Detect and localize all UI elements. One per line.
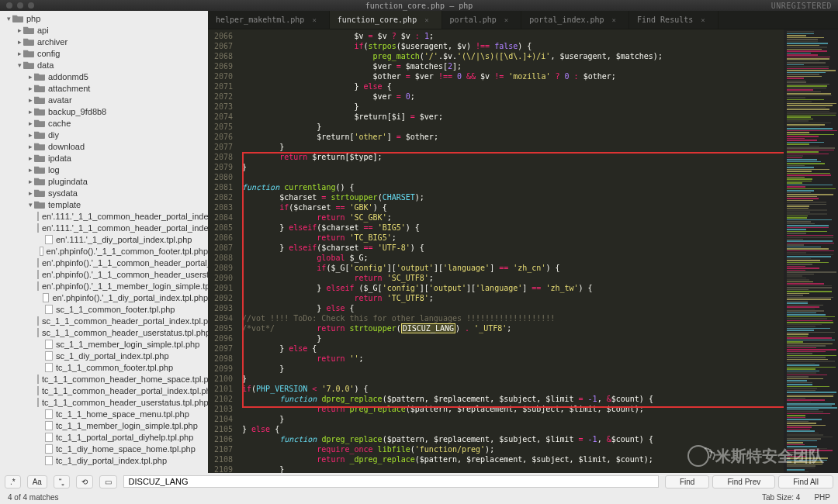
- chevron-right-icon[interactable]: ▸: [26, 143, 34, 150]
- folder-avatar[interactable]: ▸avatar: [0, 94, 208, 105]
- status-bar: 4 of 4 matches Tab Size: 4 PHP: [0, 490, 838, 504]
- find-all-button[interactable]: Find All: [778, 475, 833, 488]
- file-item[interactable]: tc_1_1_member_login_simple.tpl.php: [0, 419, 208, 431]
- file-item[interactable]: en'.phpinfo().'_1_1_common_footer.tpl.ph…: [0, 245, 208, 257]
- file-item[interactable]: sc_1_1_common_header_userstatus.tpl.php: [0, 326, 208, 338]
- folder-api[interactable]: ▸api: [0, 24, 208, 36]
- file-item[interactable]: tc_1_1_common_header_userstatus.tpl.php: [0, 396, 208, 408]
- close-icon[interactable]: ×: [424, 16, 428, 24]
- folder-sysdata[interactable]: ▸sysdata: [0, 187, 208, 198]
- folder-attachment[interactable]: ▸attachment: [0, 82, 208, 94]
- file-item[interactable]: tc_1_1_common_header_portal_index.tpl.ph…: [0, 385, 208, 396]
- file-icon: [45, 351, 53, 361]
- file-item[interactable]: sc_1_1_member_login_simple.tpl.php: [0, 338, 208, 350]
- folder-data[interactable]: ▾data: [0, 59, 208, 71]
- chevron-down-icon[interactable]: ▾: [5, 15, 12, 22]
- chevron-down-icon[interactable]: ▾: [26, 201, 34, 209]
- file-item[interactable]: tc_1_diy_home_space_home.tpl.php: [0, 443, 208, 454]
- case-toggle[interactable]: Aa: [27, 475, 47, 488]
- chevron-right-icon[interactable]: ▸: [26, 85, 34, 92]
- folder-addonmd5[interactable]: ▸addonmd5: [0, 71, 208, 82]
- file-item[interactable]: tc_1_1_common_footer.tpl.php: [0, 361, 208, 373]
- file-icon: [45, 433, 53, 442]
- word-toggle[interactable]: “„: [54, 475, 70, 488]
- sidebar[interactable]: ▾ php ▸api▸archiver▸config▾data▸addonmd5…: [0, 11, 208, 473]
- minimap[interactable]: [784, 29, 838, 473]
- chevron-right-icon[interactable]: ▸: [26, 108, 34, 116]
- traffic-lights[interactable]: [6, 2, 34, 9]
- folder-icon: [34, 107, 45, 116]
- find-button[interactable]: Find: [665, 475, 709, 488]
- line-gutter[interactable]: 2066 2067 2068 2069 2070 2071 2072 2073 …: [208, 29, 239, 473]
- close-icon[interactable]: ×: [612, 16, 616, 24]
- search-input[interactable]: [123, 475, 659, 488]
- zoom-window-icon[interactable]: [28, 2, 34, 9]
- file-item[interactable]: sc_1_diy_portal_index.tpl.php: [0, 350, 208, 361]
- folder-download[interactable]: ▸download: [0, 140, 208, 152]
- tab-function_core-php[interactable]: function_core.php×: [330, 11, 442, 29]
- tab-helper_makehtml-php[interactable]: helper_makehtml.php×: [208, 11, 330, 29]
- close-icon[interactable]: ×: [312, 16, 316, 24]
- file-item[interactable]: tc_1_1_portal_portal_diyhelp.tpl.php: [0, 431, 208, 443]
- folder-backup_9fd8b8[interactable]: ▸backup_9fd8b8: [0, 105, 208, 117]
- file-item[interactable]: tc_1_1_common_header_home_space.tpl.php: [0, 373, 208, 385]
- wrap-toggle[interactable]: ⟲: [76, 475, 93, 488]
- file-item[interactable]: tc_1_1_home_space_menu.tpl.php: [0, 408, 208, 419]
- file-icon: [37, 316, 39, 326]
- folder-archiver[interactable]: ▸archiver: [0, 36, 208, 47]
- file-item[interactable]: en'.111.'_1_diy_portal_index.tpl.php: [0, 233, 208, 245]
- folder-cache[interactable]: ▸cache: [0, 117, 208, 129]
- file-icon: [45, 456, 53, 465]
- file-item[interactable]: sc_1_1_common_footer.tpl.php: [0, 303, 208, 315]
- chevron-down-icon[interactable]: ▾: [16, 61, 23, 69]
- tab-portal_index-php[interactable]: portal_index.php×: [521, 11, 629, 29]
- tab-portal-php[interactable]: portal.php×: [442, 11, 522, 29]
- chevron-right-icon[interactable]: ▸: [26, 96, 34, 104]
- chevron-right-icon[interactable]: ▸: [16, 38, 23, 46]
- file-item[interactable]: en'.phpinfo().'_1_1_member_login_simple.…: [0, 280, 208, 292]
- chevron-right-icon[interactable]: ▸: [26, 154, 34, 162]
- tab-bar: helper_makehtml.php×function_core.php×po…: [208, 11, 838, 29]
- folder-ipdata[interactable]: ▸ipdata: [0, 152, 208, 164]
- folder-template[interactable]: ▾template: [0, 198, 208, 210]
- file-item[interactable]: tc_1_diy_portal_index.tpl.php: [0, 454, 208, 466]
- find-prev-button[interactable]: Find Prev: [712, 475, 775, 488]
- file-item[interactable]: en'.phpinfo().'_1_1_common_header_portal…: [0, 257, 208, 268]
- folder-icon: [23, 60, 34, 69]
- folder-config[interactable]: ▸config: [0, 47, 208, 59]
- folder-icon: [23, 26, 34, 34]
- file-icon: [45, 340, 53, 349]
- minimize-window-icon[interactable]: [17, 2, 23, 9]
- tab-size[interactable]: Tab Size: 4: [762, 493, 800, 502]
- chevron-right-icon[interactable]: ▸: [26, 131, 34, 139]
- folder-diy[interactable]: ▸diy: [0, 129, 208, 140]
- folder-plugindata[interactable]: ▸plugindata: [0, 175, 208, 187]
- file-icon: [37, 281, 39, 291]
- close-window-icon[interactable]: [6, 2, 12, 9]
- chevron-right-icon[interactable]: ▸: [26, 166, 34, 174]
- file-item[interactable]: en'.phpinfo().'_1_1_common_header_userst…: [0, 268, 208, 280]
- file-item[interactable]: en'.111.'_1_1_common_header_portal_index…: [0, 222, 208, 233]
- folder-root[interactable]: ▾ php: [0, 12, 208, 24]
- syntax-lang[interactable]: PHP: [814, 493, 830, 502]
- chevron-right-icon[interactable]: ▸: [26, 189, 34, 197]
- folder-log[interactable]: ▸log: [0, 164, 208, 175]
- file-icon: [45, 235, 53, 244]
- tab-Find-Results[interactable]: Find Results×: [629, 11, 719, 29]
- close-icon[interactable]: ×: [504, 16, 508, 24]
- chevron-right-icon[interactable]: ▸: [26, 73, 34, 81]
- file-item[interactable]: en'.111.'_1_1_common_header_portal_index…: [0, 210, 208, 222]
- folder-icon: [34, 72, 45, 81]
- file-item[interactable]: en'.phpinfo().'_1_diy_portal_index.tpl.p…: [0, 292, 208, 303]
- chevron-right-icon[interactable]: ▸: [16, 50, 23, 57]
- chevron-right-icon[interactable]: ▸: [26, 178, 34, 185]
- titlebar: function_core.php — php UNREGISTERED: [0, 0, 838, 11]
- regex-toggle[interactable]: .*: [5, 475, 21, 488]
- chevron-right-icon[interactable]: ▸: [26, 119, 34, 127]
- code-area[interactable]: $v = $v ? $v : 1; if(strpos($useragent, …: [239, 29, 784, 473]
- file-item[interactable]: sc_1_1_common_header_portal_index.tpl.ph…: [0, 315, 208, 326]
- close-icon[interactable]: ×: [701, 16, 705, 24]
- in-selection-toggle[interactable]: ▭: [99, 475, 117, 488]
- chevron-right-icon[interactable]: ▸: [16, 26, 23, 34]
- file-icon: [37, 386, 39, 395]
